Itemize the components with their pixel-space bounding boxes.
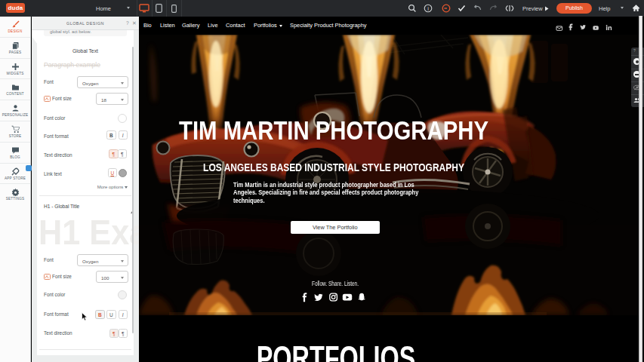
svg-text:i: i bbox=[427, 5, 429, 12]
